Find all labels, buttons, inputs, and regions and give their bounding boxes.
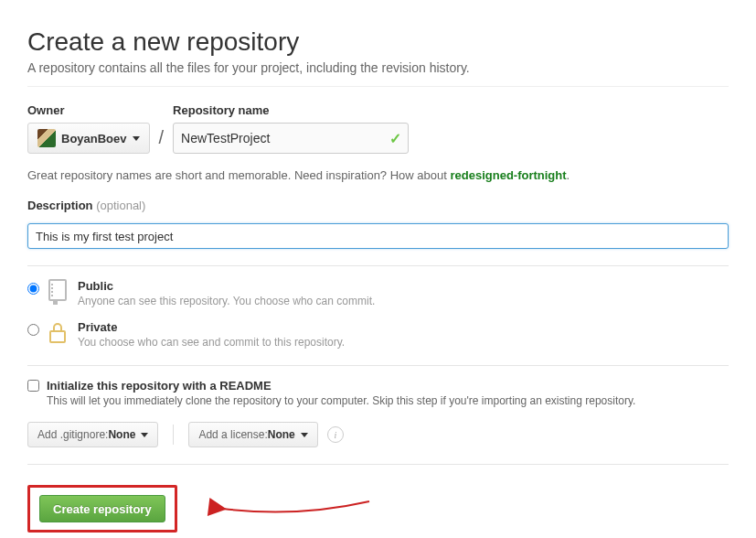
create-repository-button[interactable]: Create repository	[39, 495, 165, 522]
name-suggestion[interactable]: redesigned-fortnight	[450, 168, 566, 182]
public-title: Public	[78, 279, 375, 293]
check-icon: ✓	[389, 130, 401, 147]
gitignore-prefix: Add .gitignore:	[37, 428, 108, 441]
svg-rect-3	[50, 331, 65, 342]
public-sub: Anyone can see this repository. You choo…	[78, 295, 375, 307]
slash-separator: /	[150, 127, 174, 154]
chevron-down-icon	[133, 136, 140, 141]
svg-rect-0	[49, 280, 66, 300]
divider	[27, 365, 729, 366]
owner-select-button[interactable]: BoyanBoev	[27, 123, 150, 154]
description-input[interactable]	[27, 223, 729, 249]
divider	[27, 464, 729, 465]
name-hint: Great repository names are short and mem…	[27, 168, 729, 182]
repo-icon	[47, 279, 69, 305]
license-select-button[interactable]: Add a license: None	[188, 422, 317, 447]
owner-label: Owner	[27, 103, 150, 117]
init-readme-checkbox[interactable]	[27, 380, 39, 392]
license-prefix: Add a license:	[198, 428, 267, 441]
page-subtitle: A repository contains all the files for …	[27, 60, 729, 75]
init-title: Initialize this repository with a README	[47, 379, 635, 393]
chevron-down-icon	[301, 433, 308, 437]
private-sub: You choose who can see and commit to thi…	[78, 336, 345, 349]
description-label: Description (optional)	[27, 199, 729, 212]
private-radio[interactable]	[27, 324, 39, 336]
lock-icon	[47, 320, 69, 346]
public-radio[interactable]	[27, 283, 39, 295]
divider	[27, 265, 729, 266]
gitignore-value: None	[108, 428, 135, 441]
highlight-box: Create repository	[27, 485, 177, 533]
private-title: Private	[78, 320, 345, 334]
svg-rect-2	[53, 300, 58, 305]
avatar	[37, 129, 56, 147]
hint-text: Great repository names are short and mem…	[27, 168, 450, 182]
annotation-arrow-icon	[205, 490, 378, 527]
gitignore-select-button[interactable]: Add .gitignore: None	[27, 422, 158, 447]
repo-name-label: Repository name	[173, 103, 409, 117]
chevron-down-icon	[141, 433, 148, 437]
optional-tag: (optional)	[96, 199, 145, 212]
divider	[173, 425, 174, 445]
divider	[27, 86, 729, 87]
license-value: None	[268, 428, 295, 441]
owner-name: BoyanBoev	[61, 132, 127, 145]
page-title: Create a new repository	[27, 27, 729, 57]
init-sub: This will let you immediately clone the …	[47, 394, 635, 407]
repo-name-input[interactable]	[173, 123, 409, 154]
help-icon[interactable]: i	[327, 426, 344, 443]
